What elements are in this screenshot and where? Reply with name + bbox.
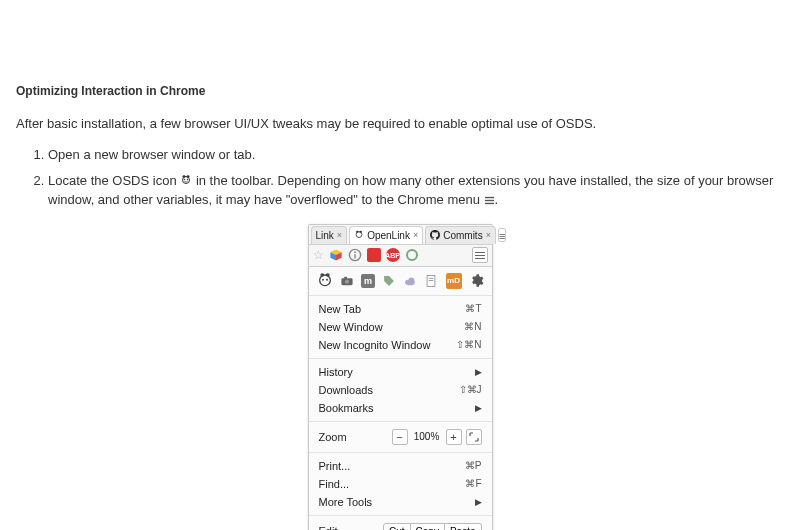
doc-extension-icon[interactable] — [424, 273, 438, 289]
close-icon[interactable]: × — [486, 230, 491, 240]
menu-downloads[interactable]: Downloads⇧⌘J — [309, 381, 492, 399]
zoom-out-button[interactable]: − — [392, 429, 408, 445]
menu-bookmarks[interactable]: Bookmarks▶ — [309, 399, 492, 417]
zoom-value: 100% — [412, 431, 442, 442]
menu-history[interactable]: History▶ — [309, 363, 492, 381]
svg-point-1 — [184, 179, 186, 181]
svg-point-3 — [183, 175, 186, 178]
svg-point-20 — [322, 278, 324, 280]
browser-toolbar: ☆ ABP — [309, 245, 492, 267]
close-icon[interactable]: × — [413, 230, 418, 240]
extension-overflow-row: m mD — [309, 267, 492, 296]
svg-point-16 — [354, 251, 356, 253]
menu-print[interactable]: Print...⌘P — [309, 457, 492, 475]
menu-section-tools: Print...⌘P Find...⌘F More Tools▶ — [309, 453, 492, 516]
cut-button[interactable]: Cut — [383, 523, 411, 531]
menu-new-incognito[interactable]: New Incognito Window⇧⌘N — [309, 336, 492, 354]
svg-point-9 — [356, 231, 359, 233]
svg-text:m: m — [364, 276, 372, 286]
svg-point-10 — [360, 231, 363, 233]
svg-point-25 — [344, 279, 348, 283]
zoom-in-button[interactable]: + — [446, 429, 462, 445]
tab-openlink[interactable]: OpenLink × — [349, 226, 423, 244]
step-2: Locate the OSDS icon in the toolbar. Dep… — [48, 171, 788, 210]
menu-section-edit: Edit Cut Copy Paste — [309, 516, 492, 531]
menu-edit: Edit Cut Copy Paste — [309, 520, 492, 531]
menu-find[interactable]: Find...⌘F — [309, 475, 492, 493]
generic-extension-icon[interactable] — [405, 248, 419, 262]
cube-extension-icon[interactable] — [329, 248, 343, 262]
svg-rect-6 — [484, 200, 493, 201]
paste-button[interactable]: Paste — [445, 523, 482, 531]
abp-extension-icon[interactable]: ABP — [386, 248, 400, 262]
tab-label: OpenLink — [367, 230, 410, 241]
svg-point-22 — [320, 273, 324, 276]
browser-tab-strip: Link × OpenLink × Commits × ≡ — [309, 225, 492, 245]
step-2-text-pre: Locate the OSDS icon — [48, 173, 180, 188]
github-favicon-icon — [430, 230, 440, 240]
svg-rect-26 — [344, 276, 347, 278]
svg-rect-15 — [354, 254, 355, 258]
shortcut: ⌘P — [465, 460, 482, 471]
gear-icon[interactable] — [469, 273, 484, 289]
menu-new-tab[interactable]: New Tab⌘T — [309, 300, 492, 318]
m-extension-icon[interactable]: m — [361, 273, 375, 289]
svg-point-21 — [326, 278, 328, 280]
shortcut: ⇧⌘N — [456, 339, 481, 350]
chrome-menu-screenshot: Link × OpenLink × Commits × ≡ ☆ — [12, 224, 788, 531]
shortcut: ⌘F — [465, 478, 481, 489]
svg-rect-17 — [367, 248, 381, 262]
svg-rect-33 — [429, 280, 434, 281]
svg-point-18 — [407, 250, 417, 260]
menu-section-new: New Tab⌘T New Window⌘N New Incognito Win… — [309, 296, 492, 359]
copy-button[interactable]: Copy — [411, 523, 445, 531]
tab-commits[interactable]: Commits × — [425, 226, 496, 244]
step-list: Open a new browser window or tab. Locate… — [48, 145, 788, 210]
fullscreen-button[interactable] — [466, 429, 482, 445]
svg-rect-7 — [484, 203, 493, 204]
tab-link[interactable]: Link × — [311, 226, 348, 244]
camera-extension-icon[interactable] — [340, 273, 354, 289]
shortcut: ⇧⌘J — [459, 384, 482, 395]
md-extension-icon[interactable]: mD — [446, 273, 462, 289]
chrome-menu-button[interactable] — [472, 247, 488, 263]
svg-point-30 — [409, 277, 415, 283]
openlink-favicon-icon — [354, 230, 364, 240]
hamburger-menu-icon — [484, 195, 495, 206]
intro-paragraph: After basic installation, a few browser … — [16, 116, 788, 131]
tag-extension-icon[interactable] — [382, 273, 396, 289]
close-icon[interactable]: × — [337, 230, 342, 240]
bookmark-star-icon[interactable]: ☆ — [313, 248, 324, 262]
svg-point-19 — [319, 275, 330, 286]
svg-point-2 — [187, 179, 189, 181]
menu-section-history: History▶ Downloads⇧⌘J Bookmarks▶ — [309, 359, 492, 422]
step-2-text-post: . — [495, 192, 499, 207]
tab-label: Link — [316, 230, 334, 241]
menu-more-tools[interactable]: More Tools▶ — [309, 493, 492, 511]
svg-rect-5 — [484, 197, 493, 198]
shortcut: ⌘T — [465, 303, 481, 314]
submenu-arrow-icon: ▶ — [475, 367, 482, 377]
step-1: Open a new browser window or tab. — [48, 145, 788, 165]
menu-section-zoom: Zoom − 100% + — [309, 422, 492, 453]
info-extension-icon[interactable] — [348, 248, 362, 262]
svg-point-23 — [325, 273, 329, 276]
submenu-arrow-icon: ▶ — [475, 403, 482, 413]
tab-label: Commits — [443, 230, 482, 241]
svg-point-4 — [187, 175, 190, 178]
menu-new-window[interactable]: New Window⌘N — [309, 318, 492, 336]
menu-zoom: Zoom − 100% + — [309, 426, 492, 448]
section-heading: Optimizing Interaction in Chrome — [16, 84, 788, 98]
new-tab-button[interactable]: ≡ — [498, 228, 506, 242]
svg-rect-32 — [429, 277, 434, 278]
shortcut: ⌘N — [464, 321, 481, 332]
submenu-arrow-icon: ▶ — [475, 497, 482, 507]
osds-icon — [180, 175, 192, 187]
cloud-extension-icon[interactable] — [403, 273, 417, 289]
osds-overflow-icon[interactable] — [317, 273, 333, 289]
red-extension-icon[interactable] — [367, 248, 381, 262]
